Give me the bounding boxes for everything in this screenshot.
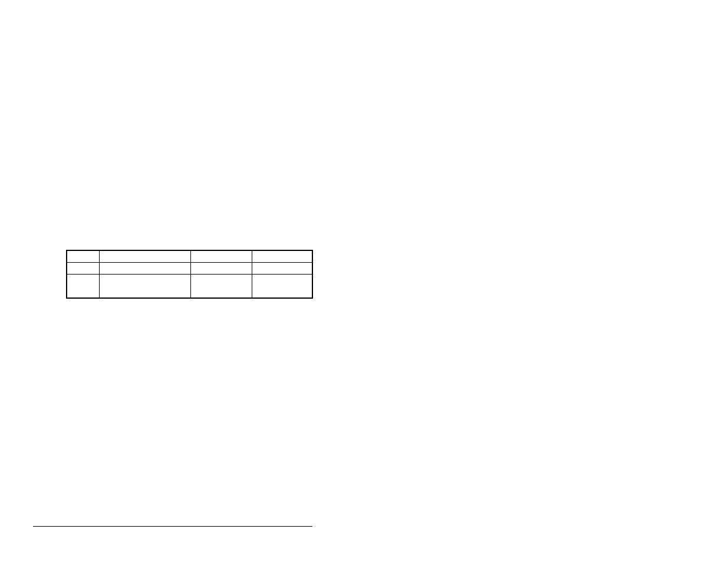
table-row (67, 274, 312, 298)
table-cell (67, 262, 99, 274)
table-cell (99, 262, 190, 274)
horizontal-rule (33, 526, 312, 527)
table-cell (252, 262, 312, 274)
table-cell (252, 250, 312, 262)
page (0, 0, 728, 562)
table-cell (190, 274, 252, 298)
table-cell (99, 274, 190, 298)
table-cell (67, 250, 99, 262)
table-cell (67, 274, 99, 298)
table-cell (252, 274, 312, 298)
table-row (67, 262, 312, 274)
data-table (66, 250, 313, 299)
table-row (67, 250, 312, 262)
table-cell (190, 262, 252, 274)
table-cell (99, 250, 190, 262)
table-cell (190, 250, 252, 262)
